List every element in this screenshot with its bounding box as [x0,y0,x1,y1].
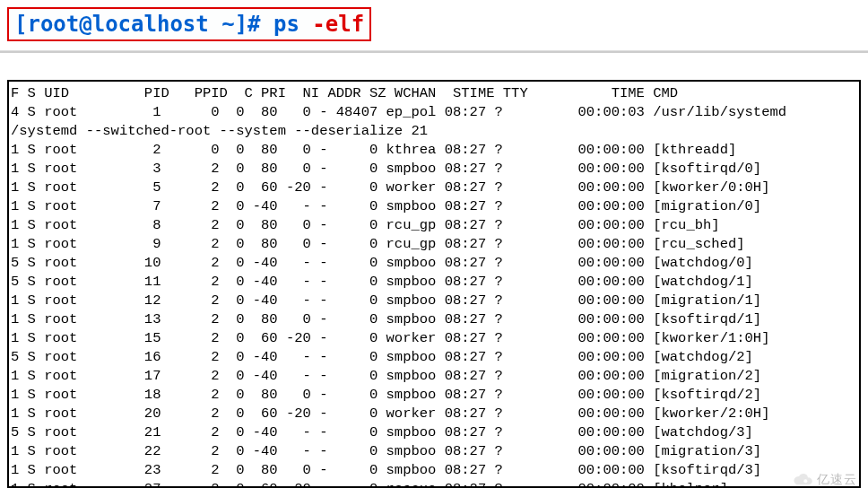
ps-header: F S UID PID PPID C PRI NI ADDR SZ WCHAN … [11,84,857,103]
ps-body: 4 S root 1 0 0 80 0 - 48407 ep_pol 08:27… [11,103,857,488]
command-box: [root@localhost ~]# ps -elf [7,7,371,41]
watermark: 亿速云 [790,472,857,488]
divider [0,50,868,53]
command-base: ps [273,12,312,37]
shell-prompt: [root@localhost ~]# [14,12,273,37]
cloud-icon [790,473,815,487]
command-arg: -elf [312,12,364,37]
svg-point-0 [803,480,807,484]
watermark-text: 亿速云 [817,472,857,486]
terminal-output: F S UID PID PPID C PRI NI ADDR SZ WCHAN … [7,80,861,488]
